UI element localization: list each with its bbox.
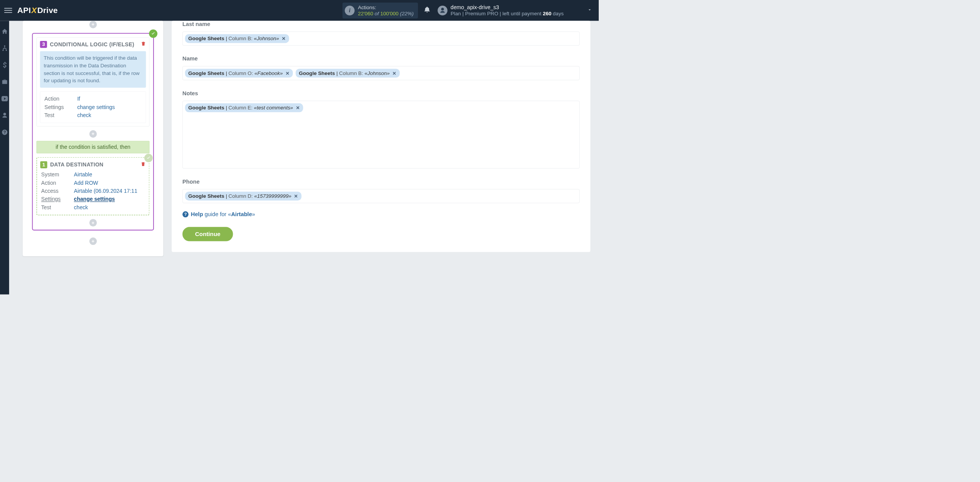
user-icon[interactable] <box>1 112 8 119</box>
remove-chip-icon[interactable]: ✕ <box>282 36 286 41</box>
step-number: 1 <box>40 161 47 168</box>
destination-block[interactable]: 1 DATA DESTINATION SystemAirtable Action… <box>36 157 149 215</box>
help-link[interactable]: ? Help guide for «Airtable» <box>183 211 580 218</box>
help-icon: ? <box>183 211 189 217</box>
field-label: Name <box>183 55 580 62</box>
field-input[interactable]: Google Sheets | Column D: «15739999999»✕ <box>183 189 580 203</box>
block-title: CONDITIONAL LOGIC (IF/ELSE) <box>50 41 141 47</box>
status-pending-icon <box>144 154 153 162</box>
actions-counter[interactable]: i Actions: 22'060 of 100'000 (22%) <box>343 2 418 18</box>
mapping-chip[interactable]: Google Sheets | Column O: «Facebook»✕ <box>185 69 293 78</box>
field-label: Notes <box>183 90 580 96</box>
field-input[interactable]: Google Sheets | Column E: «test comments… <box>183 101 580 168</box>
sitemap-icon[interactable] <box>1 45 8 52</box>
user-info[interactable]: demo_apix-drive_s3 Plan | Premium PRO | … <box>451 4 564 16</box>
bell-icon[interactable] <box>423 6 430 15</box>
field-input[interactable]: Google Sheets | Column O: «Facebook»✕ Go… <box>183 66 580 80</box>
flow-panel: + 3 CONDITIONAL LOGIC (IF/ELSE) <box>23 21 163 256</box>
conditional-block[interactable]: 3 CONDITIONAL LOGIC (IF/ELSE) This condi… <box>36 37 149 127</box>
dollar-icon[interactable] <box>1 62 8 68</box>
avatar[interactable] <box>438 5 448 15</box>
help-icon[interactable] <box>1 129 8 136</box>
info-icon: i <box>345 5 355 15</box>
field-last-name: Last name Google Sheets | Column B: «Joh… <box>183 21 580 46</box>
continue-button[interactable]: Continue <box>183 227 233 241</box>
mapping-chip[interactable]: Google Sheets | Column E: «test comments… <box>185 103 303 112</box>
remove-chip-icon[interactable]: ✕ <box>392 70 396 76</box>
add-step-outer[interactable]: + <box>89 238 97 245</box>
condition-satisfied-bar: if the condition is satisfied, then <box>36 141 149 153</box>
mapping-chip[interactable]: Google Sheets | Column D: «15739999999»✕ <box>185 192 301 200</box>
add-step-bottom[interactable]: + <box>89 219 97 226</box>
add-step-top[interactable]: + <box>89 21 97 28</box>
menu-toggle[interactable] <box>4 7 12 15</box>
remove-chip-icon[interactable]: ✕ <box>296 105 300 111</box>
app-header: APIXDrive i Actions: 22'060 of 100'000 (… <box>0 0 599 21</box>
mapping-panel: Last name Google Sheets | Column B: «Joh… <box>172 21 590 252</box>
field-phone: Phone Google Sheets | Column D: «1573999… <box>183 178 580 203</box>
home-icon[interactable] <box>1 28 8 35</box>
field-name: Name Google Sheets | Column O: «Facebook… <box>183 55 580 80</box>
status-ok-icon <box>149 29 157 38</box>
mapping-chip[interactable]: Google Sheets | Column B: «Johnson»✕ <box>185 34 289 43</box>
briefcase-icon[interactable] <box>1 78 8 85</box>
field-label: Phone <box>183 178 580 185</box>
mapping-chip[interactable]: Google Sheets | Column B: «Johnson»✕ <box>296 69 400 78</box>
youtube-icon[interactable] <box>1 95 8 102</box>
flow-outline: 3 CONDITIONAL LOGIC (IF/ELSE) This condi… <box>32 33 154 230</box>
trash-icon[interactable] <box>140 161 145 168</box>
remove-chip-icon[interactable]: ✕ <box>294 193 298 199</box>
remove-chip-icon[interactable]: ✕ <box>286 70 289 76</box>
logo[interactable]: APIXDrive <box>17 6 58 15</box>
field-input[interactable]: Google Sheets | Column B: «Johnson»✕ <box>183 31 580 46</box>
side-nav <box>0 21 9 294</box>
change-settings-link[interactable]: change settings <box>74 196 115 202</box>
step-number: 3 <box>40 41 47 48</box>
add-step-mid[interactable]: + <box>89 130 97 138</box>
field-notes: Notes Google Sheets | Column E: «test co… <box>183 90 580 168</box>
trash-icon[interactable] <box>141 41 146 48</box>
field-label: Last name <box>183 21 580 27</box>
condition-settings: ActionIf Settingschange settings Testche… <box>40 91 146 123</box>
condition-info: This condition will be triggered if the … <box>40 51 146 88</box>
chevron-down-icon[interactable] <box>564 7 593 14</box>
block-title: DATA DESTINATION <box>50 161 140 168</box>
